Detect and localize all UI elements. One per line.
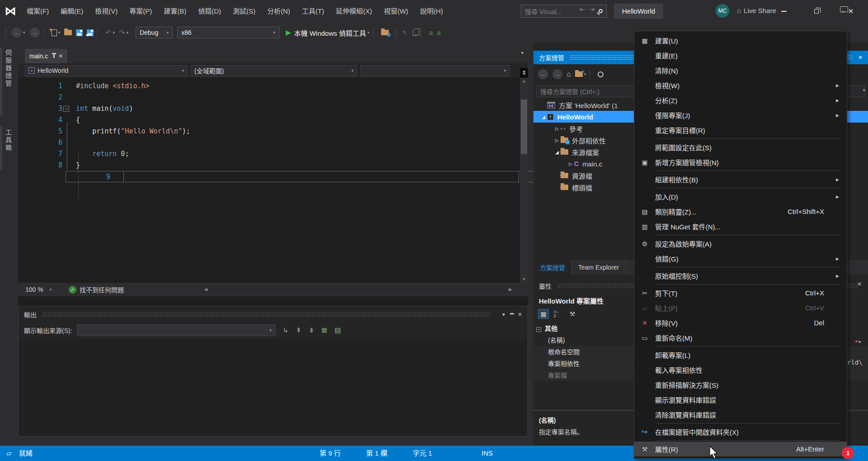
properties-window-dropdown-icon[interactable]: ▾: [859, 339, 861, 344]
context-menu-item[interactable]: 顯示瀏覽資料庫錯誤: [634, 392, 847, 407]
back-dropdown-icon[interactable]: ▾: [23, 30, 25, 35]
context-menu-item[interactable]: ▥管理 NuGet 套件(N)...: [634, 219, 847, 234]
breadcrumb-member-dropdown[interactable]: ▾: [360, 65, 509, 76]
new-project-button[interactable]: [52, 29, 57, 36]
menubar-item[interactable]: 分析(N): [261, 0, 296, 22]
undo-button[interactable]: ↶: [105, 29, 111, 37]
menubar-item[interactable]: 視窗(W): [378, 0, 414, 22]
collapse-icon[interactable]: −: [536, 327, 541, 332]
navigate-forward-button[interactable]: →: [30, 28, 40, 38]
output-toolbar-icon[interactable]: ⇟: [309, 326, 315, 334]
tool-tab-方案總管[interactable]: 方案總管: [533, 260, 572, 275]
expander-icon[interactable]: ▷: [553, 126, 561, 131]
increase-indent-icon[interactable]: ≡: [437, 29, 441, 37]
context-menu-item[interactable]: 卸載專案(L): [634, 347, 847, 362]
open-file-button[interactable]: [64, 30, 72, 35]
pending-changes-filter-button[interactable]: [598, 71, 604, 77]
context-menu-item[interactable]: 重新掃描解決方案(S): [634, 377, 847, 392]
split-editor-handle[interactable]: ⇕: [520, 68, 528, 78]
context-menu-item[interactable]: 檢視(W)▶: [634, 78, 847, 93]
output-toolbar-icon[interactable]: ⊠: [321, 326, 327, 334]
start-debugging-button[interactable]: ▶ 本機 Windows 偵錯工具 ▾: [286, 28, 369, 38]
output-content[interactable]: [19, 339, 528, 436]
save-button[interactable]: [76, 29, 83, 36]
se-forward-button[interactable]: →: [552, 69, 562, 79]
bookmark-buttons[interactable]: ⇤⇥: [580, 5, 598, 14]
output-source-dropdown[interactable]: ▾: [77, 324, 276, 336]
context-menu-item[interactable]: 重定專案目標(R): [634, 123, 847, 138]
toolbar-drag-handle[interactable]: [5, 27, 7, 38]
output-close-icon[interactable]: ✕: [518, 311, 522, 318]
code-line[interactable]: 5 printf("Hello World\n");: [18, 126, 519, 137]
code-line[interactable]: 7 return 0;: [18, 148, 519, 160]
context-menu-item[interactable]: ⚙設定為啟始專案(A): [634, 236, 847, 251]
new-project-dropdown-icon[interactable]: ▾: [58, 30, 61, 35]
menubar-item[interactable]: 檢視(V): [89, 0, 123, 22]
switch-views-button[interactable]: ⇄: [575, 71, 583, 77]
menubar-item[interactable]: 檔案(F): [21, 0, 55, 22]
notification-badge[interactable]: 1: [842, 447, 854, 459]
scroll-down-icon[interactable]: ▼: [520, 276, 528, 283]
context-menu-item[interactable]: 偵錯(G)▶: [634, 251, 847, 266]
output-toolbar-icon[interactable]: ▤: [335, 326, 341, 334]
scrollbar-thumb[interactable]: [521, 100, 527, 154]
context-menu-item[interactable]: ↪在檔案總管中開啟資料夾(X): [634, 424, 847, 439]
menubar-item[interactable]: 偵錯(D): [192, 0, 227, 22]
attach-to-process-button[interactable]: [381, 30, 389, 35]
editor-horizontal-scrollbar[interactable]: ◀ ▶: [202, 286, 514, 293]
tool-tab-Team-Explorer[interactable]: Team Explorer: [572, 260, 626, 275]
context-menu-item[interactable]: ▤類別精靈(Z)...Ctrl+Shift+X: [634, 204, 847, 219]
menubar-item[interactable]: 工具(T): [296, 0, 330, 22]
find-in-files-icon[interactable]: [413, 30, 417, 36]
document-tab-main-c[interactable]: main.c ✕: [25, 49, 67, 63]
platform-dropdown[interactable]: x86 ▾: [177, 27, 279, 38]
live-share-button[interactable]: ⌂ Live Share: [737, 0, 776, 21]
minimize-button[interactable]: [774, 0, 794, 22]
output-toolbar-icon[interactable]: ⇞: [296, 326, 302, 334]
tab-close-icon[interactable]: ✕: [58, 53, 63, 59]
breadcrumb-project-dropdown[interactable]: + HelloWorld ▾: [25, 65, 188, 76]
code-line[interactable]: 6: [18, 137, 519, 148]
context-menu-item[interactable]: ⚒屬性(R)Alt+Enter: [634, 442, 847, 456]
context-menu-item[interactable]: 僅限專案(J)▶: [634, 108, 847, 123]
context-menu-item[interactable]: 原始檔控制(S)▶: [634, 268, 847, 283]
menubar-item[interactable]: 專案(P): [123, 0, 158, 22]
expander-icon[interactable]: ▷: [567, 162, 574, 166]
context-menu-item[interactable]: 分析(Z)▶: [634, 93, 847, 108]
navigate-back-button[interactable]: ←: [12, 28, 22, 38]
property-pages-button[interactable]: ⚒: [567, 309, 578, 319]
se-home-button[interactable]: ⌂: [566, 70, 571, 78]
context-menu-item[interactable]: 載入專案相依性: [634, 362, 847, 377]
scroll-up-icon[interactable]: ▲: [520, 78, 528, 85]
context-menu-item[interactable]: ▣新增方案總管檢視(N): [634, 155, 847, 170]
expander-icon[interactable]: ◢: [540, 114, 547, 119]
context-menu-item[interactable]: 加入(D)▶: [634, 189, 847, 204]
context-menu-item[interactable]: 將範圍設定在此(S): [634, 140, 847, 155]
context-menu-item[interactable]: ▦建置(U): [634, 33, 847, 48]
sidebar-tab-server-explorer[interactable]: 伺服器總管: [4, 49, 13, 88]
se-toolbar-overflow-icon[interactable]: ▾: [863, 87, 865, 93]
menubar-item[interactable]: 建置(B): [158, 0, 192, 22]
scroll-right-icon[interactable]: ▶: [507, 286, 514, 293]
solution-config-dropdown[interactable]: Debug ▾: [136, 27, 173, 38]
context-menu-item[interactable]: 組建相依性(B)▶: [634, 172, 847, 187]
undo-dropdown-icon[interactable]: ▾: [113, 30, 115, 35]
toolbar-drag-handle[interactable]: [395, 27, 398, 38]
properties-close-icon[interactable]: ✕: [857, 281, 862, 287]
editor-vertical-scrollbar[interactable]: ⇕ ▲ ▼: [520, 78, 528, 283]
breadcrumb-scope-dropdown[interactable]: (全域範圍) ▾: [191, 65, 357, 76]
zoom-dropdown[interactable]: 100 % ▾: [22, 284, 61, 295]
feedback-icon[interactable]: [840, 6, 848, 12]
redo-dropdown-icon[interactable]: ▾: [126, 30, 128, 35]
sidebar-tab-toolbox[interactable]: 工具箱: [4, 129, 13, 152]
tab-list-dropdown-icon[interactable]: ▾: [521, 50, 524, 55]
navigate-cursor-button[interactable]: ↖: [402, 29, 407, 36]
window-position-dropdown-icon[interactable]: ▾: [502, 311, 505, 318]
context-menu-item[interactable]: 重建(E): [634, 48, 847, 63]
code-line[interactable]: 8}: [18, 160, 519, 171]
alphabetical-sort-button[interactable]: A↓Z: [551, 309, 561, 319]
code-line[interactable]: 4{: [18, 114, 519, 126]
redo-button[interactable]: ↷: [119, 29, 125, 37]
context-menu-item[interactable]: ▭重新命名(M): [634, 330, 847, 345]
menubar-item[interactable]: 編輯(E): [55, 0, 89, 22]
